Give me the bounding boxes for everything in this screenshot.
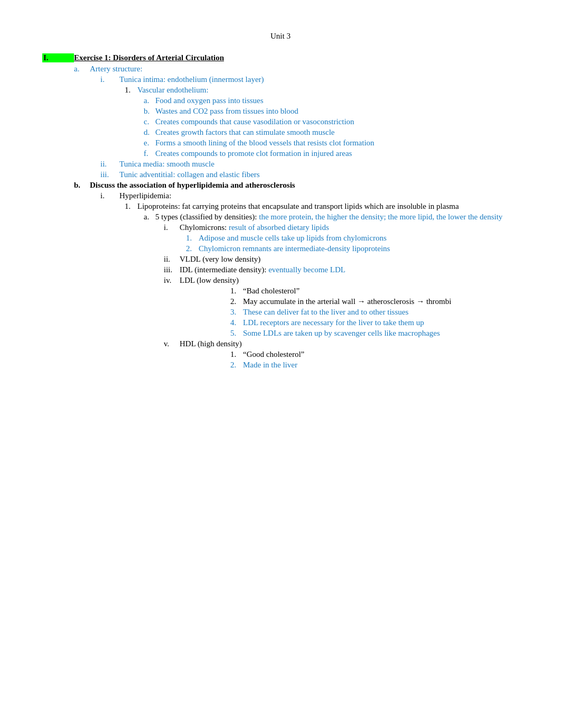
chylo-num2-label: 2. <box>186 244 199 253</box>
roman-sub-iii: iii. Tunic adventitial: collagen and ela… <box>42 170 519 179</box>
roman-sub-label-i: i. <box>100 75 119 84</box>
ldl-num3-label: 3. <box>230 308 243 317</box>
alpha-sub-label-f: f. <box>144 149 155 158</box>
roman-sub-content-i: Tunica intima: endothelium (innermost la… <box>119 75 264 84</box>
roman-label-1: I. <box>42 53 74 62</box>
letter-item-b: b. Discuss the association of hyperlipid… <box>42 181 519 190</box>
alpha-sub-e: e. Forms a smooth lining of the blood ve… <box>42 139 519 148</box>
alpha-sub-b: b. Wastes and CO2 pass from tissues into… <box>42 107 519 116</box>
alpha-sub-c: c. Creates compounds that cause vasodila… <box>42 117 519 126</box>
ldl-num2-content: May accumulate in the arterial wall → at… <box>243 297 451 306</box>
ldl-num1-content: “Bad cholesterol” <box>243 287 300 296</box>
b-roman-sub2-content-iv: LDL (low density) <box>180 276 239 285</box>
b-roman-sub2-label-iii: iii. <box>164 265 180 274</box>
ldl-num4-content: LDL receptors are necessary for the live… <box>243 318 424 327</box>
letter-label-a: a. <box>74 64 90 73</box>
ldl-num1-label: 1. <box>230 287 243 296</box>
alpha-sub-d: d. Creates growth factors that can stimu… <box>42 128 519 137</box>
roman-sub-ii: ii. Tunica media: smooth muscle <box>42 160 519 169</box>
chylo-num1-label: 1. <box>186 234 199 243</box>
alpha-sub-label-b: b. <box>144 107 155 116</box>
b-roman-sub-label-i: i. <box>100 191 119 200</box>
ldl-num2: 2. May accumulate in the arterial wall →… <box>42 297 519 306</box>
roman-sub-label-iii: iii. <box>100 170 119 179</box>
hdl-num2-content: Made in the liver <box>243 361 297 370</box>
alpha-sub-content-f: Creates compounds to promote clot format… <box>155 149 352 158</box>
roman-sub-i: i. Tunica intima: endothelium (innermost… <box>42 75 519 84</box>
b-roman-sub2-content-ii: VLDL (very low density) <box>180 255 260 264</box>
b-num1-label: 1. <box>125 202 137 211</box>
b-num1-content: Lipoproteins: fat carrying proteins that… <box>137 202 459 211</box>
chylo-num1-content: Adipose and muscle cells take up lipids … <box>199 234 387 243</box>
num1-label: 1. <box>125 86 137 95</box>
alpha-sub-a: a. Food and oxygen pass into tissues <box>42 96 519 105</box>
hdl-num2: 2. Made in the liver <box>42 361 519 370</box>
ldl-num1: 1. “Bad cholesterol” <box>42 287 519 296</box>
chylo-num2-content: Chylomicron remnants are intermediate-de… <box>199 244 390 253</box>
ldl-num3-content: These can deliver fat to the liver and t… <box>243 308 408 317</box>
b-alpha-sub-content-a: 5 types (classified by densities): the m… <box>155 213 502 222</box>
alpha-sub-content-e: Forms a smooth lining of the blood vesse… <box>155 139 375 148</box>
roman-content-1: Exercise 1: Disorders of Arterial Circul… <box>74 53 224 62</box>
ldl-num4-label: 4. <box>230 318 243 327</box>
chylo-num1: 1. Adipose and muscle cells take up lipi… <box>42 234 519 243</box>
hdl-num1: 1. “Good cholesterol” <box>42 350 519 359</box>
page-title: Unit 3 <box>42 32 519 41</box>
letter-item-a: a. Artery structure: <box>42 64 519 73</box>
ldl-num5-label: 5. <box>230 329 243 338</box>
roman-sub-label-ii: ii. <box>100 160 119 169</box>
alpha-sub-label-c: c. <box>144 117 155 126</box>
b-roman-sub2-label-iv: iv. <box>164 276 180 285</box>
chylo-num2: 2. Chylomicron remnants are intermediate… <box>42 244 519 253</box>
alpha-sub-content-b: Wastes and CO2 pass from tissues into bl… <box>155 107 298 116</box>
b-roman-sub-i: i. Hyperlipidemia: <box>42 191 519 200</box>
b-roman-sub2-iv: iv. LDL (low density) <box>42 276 519 285</box>
hdl-num2-label: 2. <box>230 361 243 370</box>
alpha-sub-content-d: Creates growth factors that can stimulat… <box>155 128 335 137</box>
alpha-sub-content-a: Food and oxygen pass into tissues <box>155 96 264 105</box>
ldl-num4: 4. LDL receptors are necessary for the l… <box>42 318 519 327</box>
hdl-num1-content: “Good cholesterol” <box>243 350 304 359</box>
b-num1-lipoproteins: 1. Lipoproteins: fat carrying proteins t… <box>42 202 519 211</box>
b-roman-sub2-content-v: HDL (high density) <box>180 339 242 348</box>
b-alpha-sub-a: a. 5 types (classified by densities): th… <box>42 213 519 222</box>
alpha-sub-label-e: e. <box>144 139 155 148</box>
alpha-sub-content-c: Creates compounds that cause vasodilatio… <box>155 117 354 126</box>
ldl-num5: 5. Some LDLs are taken up by scavenger c… <box>42 329 519 338</box>
b-roman-sub2-ii: ii. VLDL (very low density) <box>42 255 519 264</box>
b-alpha-sub-label-a: a. <box>144 213 155 222</box>
roman-sub-content-iii: Tunic adventitial: collagen and elastic … <box>119 170 260 179</box>
b-roman-sub2-label-ii: ii. <box>164 255 180 264</box>
alpha-sub-label-d: d. <box>144 128 155 137</box>
ldl-num2-label: 2. <box>230 297 243 306</box>
b-roman-sub2-v: v. HDL (high density) <box>42 339 519 348</box>
alpha-sub-label-a: a. <box>144 96 155 105</box>
b-roman-sub2-iii: iii. IDL (intermediate density): eventua… <box>42 265 519 274</box>
letter-content-a: Artery structure: <box>90 64 143 73</box>
letter-label-b: b. <box>74 181 90 190</box>
num1-content: Vascular endothelium: <box>137 86 209 95</box>
ldl-num3: 3. These can deliver fat to the liver an… <box>42 308 519 317</box>
hdl-num1-label: 1. <box>230 350 243 359</box>
b-roman-sub2-content-iii: IDL (intermediate density): eventually b… <box>180 265 345 274</box>
b-roman-sub2-content-i: Chylomicrons: result of absorbed dietary… <box>180 223 329 232</box>
letter-content-b: Discuss the association of hyperlipidemi… <box>90 181 295 190</box>
b-roman-sub-content-i: Hyperlipidemia: <box>119 191 171 200</box>
b-roman-sub2-label-i: i. <box>164 223 180 232</box>
alpha-sub-f: f. Creates compounds to promote clot for… <box>42 149 519 158</box>
num1-vascular: 1. Vascular endothelium: <box>42 86 519 95</box>
ldl-num5-content: Some LDLs are taken up by scavenger cell… <box>243 329 440 338</box>
b-roman-sub2-i: i. Chylomicrons: result of absorbed diet… <box>42 223 519 232</box>
roman-sub-content-ii: Tunica media: smooth muscle <box>119 160 214 169</box>
b-roman-sub2-label-v: v. <box>164 339 180 348</box>
roman-item-1: I. Exercise 1: Disorders of Arterial Cir… <box>42 53 519 62</box>
